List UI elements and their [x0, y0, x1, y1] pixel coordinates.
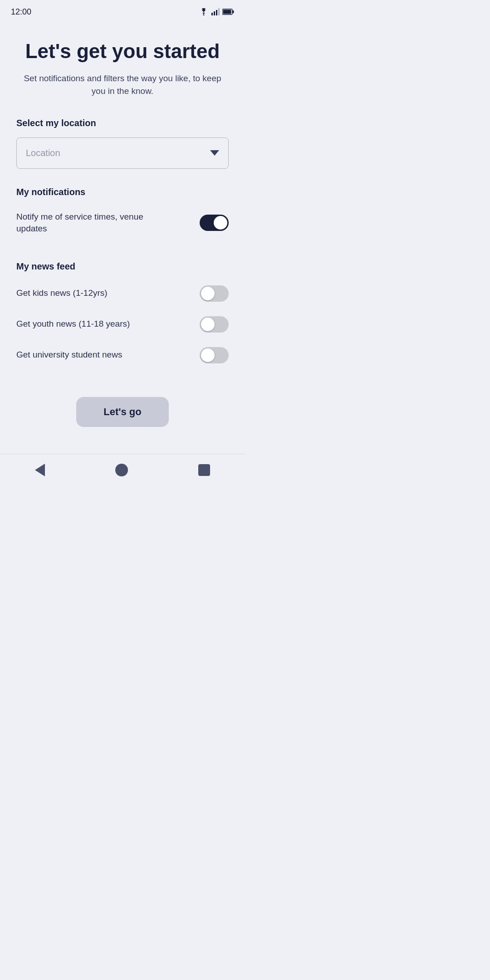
lets-go-button[interactable]: Let's go: [76, 397, 168, 427]
recents-button[interactable]: [198, 464, 210, 476]
svg-rect-3: [216, 10, 217, 15]
location-section: Select my location Location: [16, 118, 229, 169]
battery-icon: [222, 9, 234, 15]
university-news-thumb: [201, 348, 215, 362]
youth-news-thumb: [201, 318, 215, 331]
university-news-track: [200, 347, 229, 363]
page-title: Let's get you started: [16, 40, 229, 63]
signal-icon: [211, 8, 220, 15]
notification-toggle-label: Notify me of service times, venue update…: [16, 211, 176, 235]
status-bar: 12:00: [0, 0, 245, 22]
newsfeed-section: My news feed Get kids news (1-12yrs) Get…: [16, 261, 229, 373]
svg-point-0: [203, 15, 205, 16]
page-subtitle: Set notifications and filters the way yo…: [16, 72, 229, 98]
svg-rect-1: [211, 13, 213, 15]
notification-toggle[interactable]: [200, 215, 229, 231]
svg-rect-2: [214, 11, 215, 15]
notification-track: [200, 215, 229, 231]
notifications-section: My notifications Notify me of service ti…: [16, 187, 229, 245]
kids-news-toggle[interactable]: [200, 285, 229, 302]
university-news-label: Get university student news: [16, 349, 122, 361]
youth-news-row: Get youth news (11-18 years): [16, 312, 229, 337]
status-time: 12:00: [11, 7, 31, 17]
kids-news-row: Get kids news (1-12yrs): [16, 281, 229, 306]
newsfeed-section-label: My news feed: [16, 261, 229, 272]
location-section-label: Select my location: [16, 118, 229, 128]
university-news-toggle[interactable]: [200, 347, 229, 363]
youth-news-track: [200, 316, 229, 333]
kids-news-thumb: [201, 287, 215, 300]
location-placeholder: Location: [26, 148, 60, 158]
youth-news-toggle[interactable]: [200, 316, 229, 333]
wifi-icon: [199, 8, 209, 15]
back-button[interactable]: [35, 464, 45, 476]
svg-rect-4: [218, 8, 220, 15]
notification-toggle-row: Notify me of service times, venue update…: [16, 206, 229, 240]
svg-rect-7: [233, 10, 234, 13]
university-news-row: Get university student news: [16, 343, 229, 368]
main-content: Let's get you started Set notifications …: [0, 22, 245, 454]
youth-news-label: Get youth news (11-18 years): [16, 318, 130, 330]
notifications-section-label: My notifications: [16, 187, 229, 197]
button-area: Let's go: [16, 390, 229, 436]
kids-news-label: Get kids news (1-12yrs): [16, 287, 108, 299]
home-button[interactable]: [115, 464, 128, 476]
kids-news-track: [200, 285, 229, 302]
status-icons: [199, 8, 234, 15]
location-dropdown[interactable]: Location: [16, 137, 229, 169]
nav-bar: [0, 454, 245, 490]
chevron-down-icon: [210, 150, 219, 156]
svg-rect-6: [223, 10, 231, 14]
notification-thumb: [214, 216, 227, 230]
